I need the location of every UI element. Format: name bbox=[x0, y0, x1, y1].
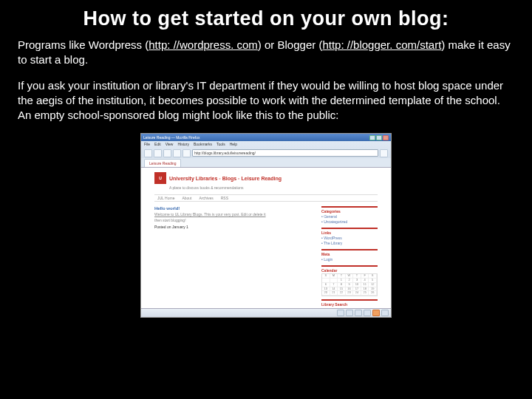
slide-title: How to get started on your own blog: bbox=[18, 7, 514, 30]
sidebar-heading: Categories bbox=[321, 209, 378, 214]
address-bar[interactable]: http://blogs.library.edu/leisurereading/ bbox=[192, 149, 378, 157]
nav-item[interactable]: Archives bbox=[200, 196, 214, 200]
back-button[interactable] bbox=[144, 149, 152, 157]
toolbar: http://blogs.library.edu/leisurereading/ bbox=[141, 148, 391, 158]
sidebar-search: Library Search bbox=[321, 299, 378, 307]
para1-text-b: ) or Blogger ( bbox=[258, 38, 323, 51]
blog-main-column: Hello world! Welcome to UL Library Blogs… bbox=[154, 206, 311, 308]
menu-bookmarks[interactable]: Bookmarks bbox=[194, 142, 212, 147]
post-meta: Welcome to UL Library Blogs. This is you… bbox=[154, 212, 311, 216]
sidebar-heading: Links bbox=[321, 231, 378, 235]
minimize-button[interactable] bbox=[369, 135, 375, 140]
university-logo: U bbox=[154, 172, 166, 184]
task-button[interactable] bbox=[355, 310, 362, 316]
sidebar-categories: Categories General Uncategorized bbox=[321, 206, 378, 225]
post-title[interactable]: Hello world! bbox=[154, 206, 311, 211]
sidebar-meta: Meta Login bbox=[321, 249, 378, 262]
paragraph-1: Programs like Wordpress (http: //wordpre… bbox=[18, 38, 514, 68]
window-title-bar: Leisure Reading — Mozilla Firefox bbox=[141, 134, 391, 141]
tab-strip: Leisure Reading bbox=[141, 158, 391, 167]
screenshot-container: Leisure Reading — Mozilla Firefox File E… bbox=[18, 133, 514, 318]
sidebar-heading: Library Search bbox=[321, 302, 378, 307]
paragraph-2: If you ask your institution or library's… bbox=[18, 78, 514, 123]
post-author: then start blogging! bbox=[154, 218, 311, 222]
blogger-link[interactable]: http: //blogger. com/start bbox=[322, 38, 441, 51]
menu-help[interactable]: Help bbox=[230, 142, 237, 147]
blog-header: U University Libraries ◦ Blogs ◦ Leisure… bbox=[141, 168, 391, 191]
task-button[interactable] bbox=[346, 310, 353, 316]
home-button[interactable] bbox=[183, 149, 191, 157]
breadcrumb: University Libraries ◦ Blogs ◦ Leisure R… bbox=[169, 176, 282, 181]
sidebar-calendar: Calendar SMTWTFS 12345 6789101112 131415… bbox=[321, 265, 378, 296]
menu-edit[interactable]: Edit bbox=[154, 142, 161, 147]
sidebar-link[interactable]: WordPress bbox=[321, 236, 378, 241]
go-button[interactable] bbox=[380, 149, 388, 157]
sidebar-link[interactable]: Uncategorized bbox=[321, 219, 378, 225]
sidebar-link[interactable]: General bbox=[321, 214, 378, 219]
nav-item[interactable]: RSS bbox=[221, 196, 228, 200]
nav-item[interactable]: JUL Home bbox=[157, 196, 174, 200]
task-button[interactable] bbox=[372, 310, 380, 316]
sidebar-heading: Calendar bbox=[321, 268, 378, 273]
menu-tools[interactable]: Tools bbox=[216, 142, 225, 147]
nav-item[interactable]: About bbox=[182, 196, 191, 200]
menu-view[interactable]: View bbox=[166, 142, 174, 147]
maximize-button[interactable] bbox=[376, 135, 382, 140]
close-button[interactable] bbox=[383, 135, 389, 140]
sidebar-link[interactable]: Login bbox=[321, 257, 378, 262]
sidebar-heading: Meta bbox=[321, 252, 378, 256]
post-body: Posted on January 1 bbox=[154, 225, 311, 229]
wordpress-link[interactable]: http: //wordpress. com bbox=[149, 38, 258, 51]
browser-tab[interactable]: Leisure Reading bbox=[144, 159, 181, 167]
blog-nav: JUL Home About Archives RSS bbox=[154, 194, 378, 202]
task-button[interactable] bbox=[364, 310, 371, 316]
calendar-widget[interactable]: SMTWTFS 12345 6789101112 13141516171819 … bbox=[321, 273, 378, 296]
task-button[interactable] bbox=[337, 310, 344, 316]
para1-text-a: Programs like Wordpress ( bbox=[18, 38, 149, 51]
forward-button[interactable] bbox=[154, 149, 162, 157]
menu-history[interactable]: History bbox=[177, 142, 189, 147]
browser-chrome: Leisure Reading — Mozilla Firefox File E… bbox=[141, 134, 391, 168]
sidebar-link[interactable]: The Library bbox=[321, 241, 378, 246]
blog-sidebar: Categories General Uncategorized Links W… bbox=[321, 206, 378, 308]
menu-file[interactable]: File bbox=[144, 142, 150, 147]
blog-subhead: A place to discuss books & recommendatio… bbox=[169, 185, 378, 190]
menu-bar: File Edit View History Bookmarks Tools H… bbox=[141, 141, 391, 148]
task-button[interactable] bbox=[381, 310, 389, 316]
taskbar bbox=[141, 308, 391, 317]
window-title: Leisure Reading — Mozilla Firefox bbox=[143, 135, 369, 140]
stop-button[interactable] bbox=[173, 149, 181, 157]
sidebar-links: Links WordPress The Library bbox=[321, 228, 378, 246]
blog-screenshot: Leisure Reading — Mozilla Firefox File E… bbox=[140, 133, 392, 318]
blog-page: U University Libraries ◦ Blogs ◦ Leisure… bbox=[141, 168, 391, 308]
reload-button[interactable] bbox=[163, 149, 171, 157]
